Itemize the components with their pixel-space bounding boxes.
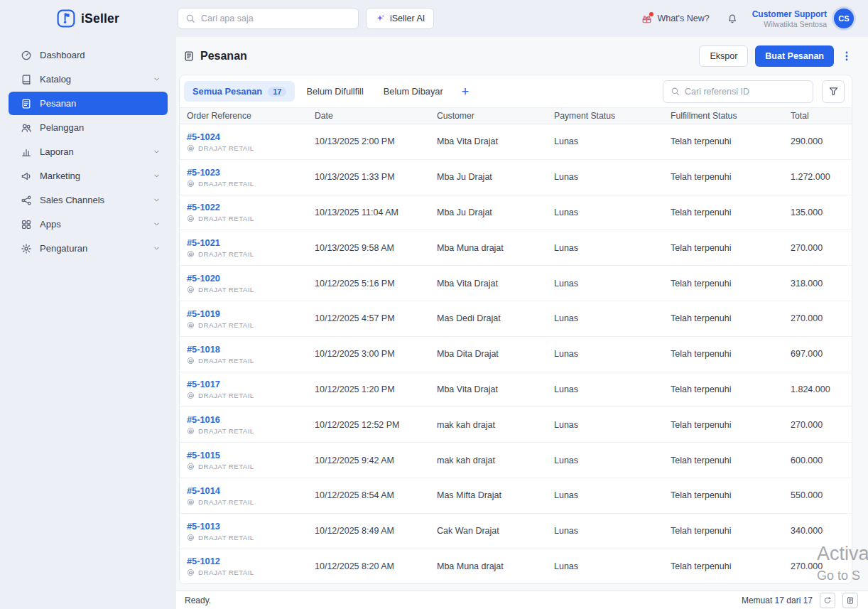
order-reference-link[interactable]: #5-1021: [187, 237, 220, 248]
sidebar-item-sales-channels[interactable]: Sales Channels: [9, 188, 168, 212]
column-header[interactable]: Total: [791, 111, 852, 121]
sidebar-item-laporan[interactable]: Laporan: [9, 140, 168, 163]
store-icon: [187, 357, 195, 365]
tab-belum-dibayar[interactable]: Belum Dibayar: [375, 81, 452, 102]
more-options-button[interactable]: [841, 50, 852, 62]
order-reference-link[interactable]: #5-1016: [187, 414, 220, 425]
sidebar-item-pengaturan[interactable]: Pengaturan: [9, 237, 168, 260]
store-label: DRAJAT RETAIL: [198, 286, 254, 293]
order-total: 697.000: [791, 349, 852, 359]
order-total: 550.000: [791, 490, 852, 500]
tab-count-badge: 17: [268, 87, 286, 97]
sidebar-item-katalog[interactable]: Katalog: [9, 68, 168, 91]
column-header[interactable]: Payment Status: [554, 111, 671, 121]
column-header[interactable]: Customer: [437, 111, 554, 121]
store-label: DRAJAT RETAIL: [198, 180, 254, 188]
order-reference-link[interactable]: #5-1014: [187, 485, 220, 496]
order-reference-link[interactable]: #5-1019: [187, 308, 220, 319]
table-row[interactable]: #5-1014DRAJAT RETAIL10/12/2025 8:54 AMMa…: [180, 478, 852, 514]
avatar[interactable]: CS: [834, 9, 854, 28]
status-bar: Ready. Memuat 17 dari 17: [176, 591, 868, 609]
sidebar-item-marketing[interactable]: Marketing: [9, 164, 168, 188]
brand[interactable]: iSeller: [0, 9, 176, 28]
table-row[interactable]: #5-1019DRAJAT RETAIL10/12/2025 4:57 PMMa…: [180, 301, 852, 337]
sidebar-nav: DashboardKatalogPesananPelangganLaporanM…: [0, 37, 176, 609]
table-row[interactable]: #5-1023DRAJAT RETAIL10/13/2025 1:33 PMMb…: [180, 160, 852, 195]
add-view-button[interactable]: +: [455, 85, 477, 98]
customer-name: Mba Ju Drajat: [437, 172, 554, 182]
order-total: 135.000: [791, 208, 852, 217]
table-row[interactable]: #5-1020DRAJAT RETAIL10/12/2025 5:16 PMMb…: [180, 266, 852, 301]
order-reference-link[interactable]: #5-1024: [187, 131, 220, 142]
orders-page-icon: [183, 50, 195, 62]
whats-new-button[interactable]: What's New?: [641, 14, 709, 24]
sidebar-item-apps[interactable]: Apps: [9, 212, 168, 236]
sidebar-item-label: Katalog: [40, 74, 145, 85]
table-row[interactable]: #5-1015DRAJAT RETAIL10/12/2025 9:42 AMma…: [180, 443, 852, 478]
store-label: DRAJAT RETAIL: [198, 534, 254, 541]
order-reference-link[interactable]: #5-1018: [187, 344, 220, 355]
order-reference-link[interactable]: #5-1020: [187, 273, 220, 284]
store-icon: [187, 144, 195, 152]
sidebar-item-label: Sales Channels: [40, 195, 145, 205]
store-icon: [187, 321, 195, 329]
sidebar-item-dashboard[interactable]: Dashboard: [9, 43, 168, 67]
order-reference-link[interactable]: #5-1015: [187, 450, 220, 460]
order-reference-link[interactable]: #5-1017: [187, 379, 220, 389]
payment-status: Lunas: [554, 349, 671, 359]
global-search-input[interactable]: [201, 14, 351, 23]
tab-label: Semua Pesanan: [192, 86, 262, 97]
customer-name: Mba Muna drajat: [437, 243, 554, 253]
fulfillment-status: Telah terpenuhi: [671, 136, 791, 146]
order-reference-link[interactable]: #5-1012: [187, 556, 220, 566]
customer-name: Mba Vita Drajat: [437, 384, 554, 394]
tab-label: Belum Difullfill: [306, 86, 363, 97]
order-date: 10/12/2025 1:20 PM: [315, 384, 437, 394]
table-row[interactable]: #5-1024DRAJAT RETAIL10/13/2025 2:00 PMMb…: [180, 124, 852, 160]
global-search[interactable]: [178, 8, 359, 29]
order-date: 10/13/2025 2:00 PM: [315, 136, 437, 146]
refresh-icon: [823, 596, 832, 605]
create-order-button[interactable]: Buat Pesanan: [755, 45, 834, 67]
iseller-ai-button[interactable]: iSeller AI: [366, 8, 434, 29]
search-icon: [185, 14, 195, 23]
store-icon: [187, 215, 195, 222]
order-reference-link[interactable]: #5-1013: [187, 521, 220, 532]
tab-semua-pesanan[interactable]: Semua Pesanan17: [184, 81, 295, 102]
order-reference-link[interactable]: #5-1022: [187, 202, 220, 212]
export-button[interactable]: Ekspor: [699, 45, 748, 67]
store-icon: [187, 250, 195, 258]
iseller-logo-icon: [57, 9, 75, 28]
tab-belum-difullfill[interactable]: Belum Difullfill: [298, 81, 371, 102]
sidebar-item-pesanan[interactable]: Pesanan: [9, 92, 168, 115]
order-reference-link[interactable]: #5-1023: [187, 167, 220, 178]
table-row[interactable]: #5-1016DRAJAT RETAIL10/12/2025 12:52 PMm…: [180, 407, 852, 443]
payment-status: Lunas: [554, 456, 671, 465]
table-row[interactable]: #5-1012DRAJAT RETAIL10/12/2025 8:20 AMMb…: [180, 549, 852, 583]
customer-name: Mba Dita Drajat: [437, 349, 554, 359]
fulfillment-status: Telah terpenuhi: [671, 172, 791, 182]
iseller-ai-label: iSeller AI: [390, 14, 425, 23]
table-row[interactable]: #5-1021DRAJAT RETAIL10/13/2025 9:58 AMMb…: [180, 230, 852, 266]
table-row[interactable]: #5-1017DRAJAT RETAIL10/12/2025 1:20 PMMb…: [180, 372, 852, 408]
user-menu[interactable]: Customer Support Wilwatikta Sentosa: [752, 9, 827, 28]
customers-icon: [21, 122, 32, 134]
catalog-icon: [21, 74, 32, 85]
reference-search-input[interactable]: [685, 87, 805, 97]
table-row[interactable]: #5-1022DRAJAT RETAIL10/13/2025 11:04 AMM…: [180, 195, 852, 231]
print-button[interactable]: [842, 593, 858, 608]
chevron-down-icon: [153, 172, 161, 180]
order-total: 290.000: [791, 136, 852, 146]
column-header[interactable]: Order Reference: [187, 111, 315, 121]
column-header[interactable]: Date: [315, 111, 437, 121]
bell-icon[interactable]: [727, 13, 738, 24]
filter-button[interactable]: [822, 80, 845, 103]
table-row[interactable]: #5-1013DRAJAT RETAIL10/12/2025 8:49 AMCa…: [180, 514, 852, 549]
reference-search[interactable]: [663, 80, 813, 103]
refresh-button[interactable]: [820, 593, 835, 608]
table-row[interactable]: #5-1018DRAJAT RETAIL10/12/2025 3:00 PMMb…: [180, 337, 852, 372]
column-header[interactable]: Fulfillment Status: [671, 111, 791, 121]
app-window: iSeller iSeller AI What's New? Customer …: [0, 0, 868, 609]
customer-name: mak kah drajat: [437, 456, 554, 465]
sidebar-item-pelanggan[interactable]: Pelanggan: [9, 116, 168, 139]
